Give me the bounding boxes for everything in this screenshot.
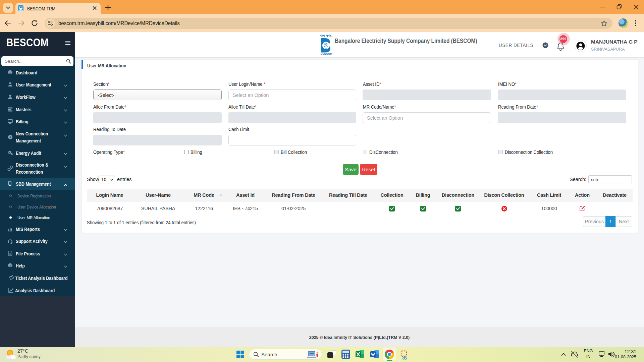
svg-text:BESCOM: BESCOM bbox=[320, 52, 332, 55]
